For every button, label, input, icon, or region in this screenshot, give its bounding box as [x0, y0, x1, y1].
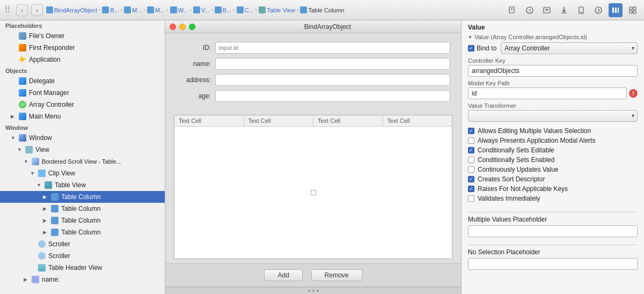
tree-item-files-owner[interactable]: File's Owner	[0, 30, 165, 42]
breadcrumb-item-table-view[interactable]: Table View	[259, 6, 295, 13]
svg-rect-16	[633, 7, 636, 10]
cb-continuously-updates[interactable]	[468, 166, 474, 173]
forward-button[interactable]: ›	[31, 4, 43, 16]
form-input-address[interactable]	[215, 74, 450, 86]
add-button[interactable]: Add	[264, 269, 302, 281]
device-icon-btn[interactable]	[574, 3, 588, 17]
tree-item-view[interactable]: ▼ View	[0, 144, 165, 156]
no-selection-input[interactable]	[468, 258, 638, 270]
traffic-light-green[interactable]	[189, 24, 195, 30]
bind-to-select[interactable]: Array Controller	[501, 42, 638, 54]
bind-to-checkbox[interactable]	[468, 45, 474, 52]
tree-item-array-controller[interactable]: Array Controller	[0, 99, 165, 111]
tree-item-table-col-3[interactable]: ▶ Table Column	[0, 215, 165, 226]
center-panel: BindArrayObject ID: name: address: age:	[165, 20, 462, 294]
tree-item-table-header[interactable]: Table Header View	[0, 262, 165, 274]
cb-label-conditionally-editable: Conditionally Sets Editable	[478, 146, 554, 154]
expand-arrow: ▶	[24, 277, 29, 282]
tree-item-table-col-1[interactable]: ▶ Table Column	[0, 191, 165, 203]
cb-creates-sort[interactable]	[468, 176, 474, 182]
tree-item-clip-view[interactable]: ▼ Clip View	[0, 167, 165, 179]
traffic-light-red[interactable]	[170, 24, 176, 30]
remove-button[interactable]: Remove	[311, 269, 362, 281]
checkboxes-list: Allows Editing Multiple Values Selection…	[468, 125, 638, 204]
tree-item-main-menu[interactable]: ▶ Main Menu	[0, 111, 165, 122]
tree-item-window[interactable]: ▼ Window	[0, 132, 165, 144]
form-input-name[interactable]	[215, 58, 450, 70]
model-key-path-input[interactable]	[468, 87, 627, 99]
tree-item-scroller-1[interactable]: Scroller	[0, 238, 165, 250]
inspector-icon-btn[interactable]	[609, 3, 623, 17]
help-icon-btn[interactable]: ?	[523, 3, 537, 17]
item-label: Scroller	[48, 240, 70, 248]
layout-icon-btn[interactable]	[626, 3, 640, 17]
svg-rect-13	[615, 8, 617, 13]
svg-rect-12	[612, 8, 614, 13]
checkbox-conditionally-editable: Conditionally Sets Editable	[468, 146, 638, 154]
library-icon-btn[interactable]	[540, 3, 554, 17]
tree-item-scroll-view[interactable]: ▼ Bordered Scroll View - Table...	[0, 156, 165, 167]
cb-conditionally-enabled[interactable]	[468, 157, 474, 163]
main-layout: Placeholders File's Owner First Responde…	[0, 20, 644, 294]
tree-item-table-view[interactable]: ▼ Table View	[0, 179, 165, 191]
tree-item-scroller-2[interactable]: Scroller	[0, 250, 165, 262]
tree-item-table-col-2[interactable]: ▶ Table Column	[0, 203, 165, 215]
item-label: Table Header View	[48, 264, 103, 271]
checkbox-creates-sort: Creates Sort Descriptor	[468, 175, 638, 183]
traffic-light-yellow[interactable]	[179, 24, 186, 30]
breadcrumb-item-4[interactable]: W...	[170, 6, 188, 13]
multiple-values-input[interactable]	[468, 225, 638, 237]
cb-raises-for-not-applicable[interactable]	[468, 186, 474, 192]
breadcrumb-sep-6: ›	[211, 7, 213, 13]
svg-rect-15	[630, 7, 632, 10]
tree-item-delegate[interactable]: Delegate	[0, 75, 165, 87]
cb-validates-immediately[interactable]	[468, 195, 474, 202]
form-input-age[interactable]	[215, 90, 450, 102]
toolbar-grip-icon: ⠿	[4, 5, 11, 15]
item-label: Array Controller	[29, 101, 74, 108]
value-transformer-select[interactable]	[468, 110, 638, 122]
breadcrumb-sep-4: ›	[166, 7, 168, 13]
value-transformer-label: Value Transformer	[468, 102, 638, 109]
new-icon-btn[interactable]	[506, 3, 519, 17]
breadcrumb-label-2: M...	[132, 7, 142, 13]
breadcrumb-sep: ›	[99, 7, 100, 13]
breadcrumb-item-table-col[interactable]: Table Column	[300, 6, 344, 13]
item-label: Delegate	[29, 77, 55, 85]
checkbox-conditionally-enabled: Conditionally Sets Enabled	[468, 156, 638, 164]
breadcrumb-item-3[interactable]: M...	[147, 6, 165, 13]
cb-allows-editing[interactable]	[468, 128, 474, 134]
tree-item-font-manager[interactable]: Font Manager	[0, 87, 165, 99]
controller-key-input[interactable]	[468, 65, 638, 77]
breadcrumb-item-1[interactable]: B...	[102, 6, 119, 13]
tree-item-table-col-4[interactable]: ▶ Table Column	[0, 226, 165, 238]
back-button[interactable]: ‹	[16, 4, 28, 16]
breadcrumb-item-6[interactable]: B...	[215, 6, 232, 13]
tree-item-application[interactable]: Application	[0, 54, 165, 65]
download-icon-btn[interactable]	[557, 3, 571, 17]
form-input-id[interactable]	[215, 42, 450, 54]
green-circle-icon	[18, 100, 27, 109]
blue-box-icon-3	[18, 112, 27, 121]
cb-always-presents[interactable]	[468, 137, 474, 144]
tree-item-first-responder[interactable]: First Responder	[0, 42, 165, 54]
breadcrumb-item-0[interactable]: BindArrayObject	[46, 6, 97, 13]
form-row-address: address:	[176, 74, 450, 86]
no-selection-section: No Selection Placeholder	[462, 248, 644, 274]
section-placeholders: Placeholders	[0, 20, 165, 30]
table-col-icon-4	[50, 228, 59, 237]
item-label: Font Manager	[29, 89, 69, 97]
checkbox-raises-for-not-applicable: Raises For Not Applicable Keys	[468, 185, 638, 193]
bind-to-label: Bind to	[477, 45, 496, 52]
tree-item-name[interactable]: ▶ name:	[0, 274, 165, 285]
forward-icon-btn[interactable]	[591, 3, 605, 17]
section-divider-2	[468, 245, 638, 245]
form-area: ID: name: address: age:	[165, 33, 461, 111]
cb-conditionally-editable[interactable]	[468, 147, 474, 153]
window-chrome: BindArrayObject ID: name: address: age:	[165, 20, 461, 287]
breadcrumb-item-7[interactable]: C...	[237, 6, 254, 13]
table-area: Text Cell Text Cell Text Cell Text Cell	[174, 115, 452, 259]
breadcrumb-item-5[interactable]: V...	[193, 6, 210, 13]
breadcrumb-item-2[interactable]: M...	[124, 6, 142, 13]
item-label: First Responder	[29, 44, 75, 52]
